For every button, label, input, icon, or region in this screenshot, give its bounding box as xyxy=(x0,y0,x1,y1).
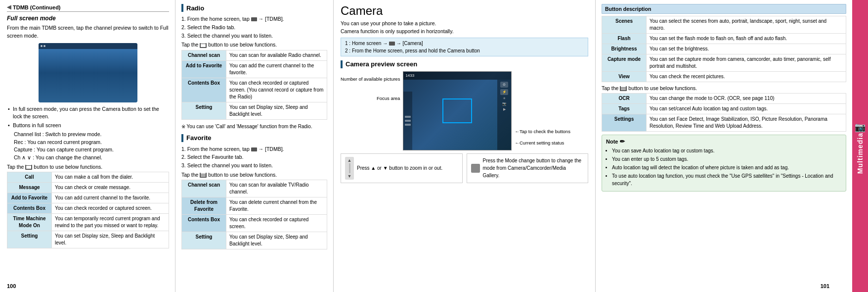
note-content: You can save Auto location tag or custom… xyxy=(606,147,842,187)
table-row: Delete from Favorite You can delete curr… xyxy=(182,197,327,215)
fav-tap-instruction: Tap the button to use below functions. xyxy=(181,172,327,178)
camera-view-label: ▶ xyxy=(503,107,506,111)
label-current-setting: ←Current setting status xyxy=(515,140,564,146)
page-number-left: 100 xyxy=(7,283,16,289)
button-desc-title: Button description xyxy=(605,6,651,12)
table-row: Channel scan You can scan for available … xyxy=(182,50,327,60)
home-icon-2 xyxy=(251,147,257,151)
label-tap-buttons: ←Tap to check the buttons xyxy=(515,129,570,134)
cell-label: Capture mode xyxy=(602,54,647,72)
cell-label: Contents Box xyxy=(182,78,226,102)
left-tap-instruction: Tap the button to use below functions. xyxy=(7,164,169,170)
main-content: ◀ TDMB (Continued) Full screen mode From… xyxy=(0,0,852,292)
camera-flash-icon: ⚡ xyxy=(500,89,508,95)
radio-steps: 1. From the home screen, tap → [TDMB]. 2… xyxy=(181,15,327,40)
left-panel-title: TDMB (Continued) xyxy=(13,4,61,10)
cell-desc: You can scan for available Radio channel… xyxy=(226,50,327,60)
mid-left-panel: Radio 1. From the home screen, tap → [TD… xyxy=(175,0,334,292)
cell-desc: You can make a call from the dialer. xyxy=(52,172,169,182)
cell-label: Contents Box xyxy=(182,215,226,232)
page-number-right: 101 xyxy=(821,283,829,289)
note-item-1: You can save Auto location tag or custom… xyxy=(612,147,842,154)
cell-desc: You can change the mode to OCR. (OCR, se… xyxy=(647,94,846,104)
bullet-2: Buttons in full screen xyxy=(8,122,169,130)
zoom-track xyxy=(349,163,350,173)
cell-desc: You can add current channel to the favor… xyxy=(52,193,169,203)
table-row: Brightness You can set the brightness. xyxy=(602,44,846,54)
cell-desc: You can set Display size, Sleep and Back… xyxy=(226,102,327,119)
camera-screen: 1433 ⊙ ⚡ ☀ 📷 ▶ xyxy=(403,71,512,150)
note-label: Note xyxy=(606,139,618,145)
table-row: Time Machine Mode On You can temporarily… xyxy=(7,213,169,231)
cell-label: Message xyxy=(7,182,52,193)
camera-intro: You can use your phone to take a picture… xyxy=(341,20,588,36)
table-row: OCR You can change the mode to OCR. (OCR… xyxy=(602,94,846,104)
cell-desc: You can set the flash mode to flash on, … xyxy=(647,34,846,44)
table-row: Capture mode You can set the capture mod… xyxy=(602,54,846,72)
cell-desc: You can check recorded or captured scree… xyxy=(52,203,169,213)
table-row: Tags You can set/cancel Auto location ta… xyxy=(602,104,846,114)
cell-desc: You can set Face Detect, Image Stabiliza… xyxy=(647,114,846,132)
zoom-control-box: ▲ ▼ Press ▲ or ▼ button to zoom in or ou… xyxy=(341,153,463,183)
table-row: Contents Box You can check recorded or c… xyxy=(182,215,327,232)
channel-list-item: Channel list : Switch to preview mode. R… xyxy=(7,131,169,162)
mode-icon xyxy=(471,164,480,173)
cell-desc: You can set Display size, Sleep and Back… xyxy=(226,232,327,249)
table-row: Channel scan You can scan for available … xyxy=(182,180,327,197)
side-tab-label: Multimedia xyxy=(856,133,864,174)
table-row: Setting You can set Display size, Sleep … xyxy=(182,232,327,249)
zoom-up-btn[interactable]: ▲ xyxy=(347,158,352,163)
cell-desc: You can check recorded or captured scree… xyxy=(226,78,327,102)
camera-top-bar: 1433 xyxy=(403,72,511,80)
screenshot-top-bar xyxy=(39,43,137,49)
bar-dot-1 xyxy=(41,45,43,47)
table-row: Settings You can set Face Detect, Image … xyxy=(602,114,846,132)
camera-screen-bg: 1433 ⊙ ⚡ ☀ 📷 ▶ xyxy=(403,72,511,150)
right-panel: Button description Scenes You can select… xyxy=(596,0,852,292)
mode-text: Press the Mode change button to change t… xyxy=(483,157,584,179)
table-row: Setting You can set Display size, Sleep … xyxy=(7,231,169,248)
side-tab-icon: 📷 xyxy=(855,122,866,133)
bar-dot-2 xyxy=(43,45,45,47)
full-screen-intro: From the main TDMB screen, tap the chann… xyxy=(7,24,169,40)
cell-desc: You can temporarily record current progr… xyxy=(52,213,169,231)
cell-label: Brightness xyxy=(602,44,647,54)
screenshot-bg xyxy=(39,43,137,102)
menu-icon-right xyxy=(620,86,627,91)
radio-tap-instruction: Tap the button to use below functions. xyxy=(181,42,327,48)
label-focus-area: Focus area xyxy=(377,96,400,101)
side-tab: 📷 Multimedia xyxy=(852,0,868,292)
camera-title: Camera xyxy=(341,4,588,18)
left-divider xyxy=(7,11,169,12)
camera-step-1: 1 : Home screen → → [Camera] xyxy=(345,40,584,47)
table-row: Setting You can set Display size, Sleep … xyxy=(182,102,327,119)
preview-title: Camera preview screen xyxy=(346,60,417,68)
cell-label: Tags xyxy=(602,104,647,114)
camera-brightness-label: ☀ xyxy=(503,97,506,100)
cell-label: Setting xyxy=(182,232,226,249)
table-row: Call You can make a call from the dialer… xyxy=(7,172,169,182)
fav-step-1: 1. From the home screen, tap → [TDMB]. xyxy=(181,145,327,153)
table-row: Message You can check or create message. xyxy=(7,182,169,193)
cell-desc: You can set Display size, Sleep and Back… xyxy=(52,231,169,248)
cell-label: Add to Favorite xyxy=(7,193,52,203)
home-icon-cam xyxy=(389,42,395,46)
cell-desc: You can select the scenes from auto, por… xyxy=(647,16,846,34)
cell-desc: You can set the brightness. xyxy=(647,44,846,54)
left-panel: ◀ TDMB (Continued) Full screen mode From… xyxy=(0,0,175,292)
preview-blue-bar xyxy=(341,60,343,68)
cell-label: OCR xyxy=(602,94,647,104)
radio-note: ※ You can use 'Call' and 'Message' funct… xyxy=(181,123,327,130)
radio-step-2: 2. Select the Radio tab. xyxy=(181,23,327,32)
menu-icon-left xyxy=(25,165,32,170)
left-table: Call You can make a call from the dialer… xyxy=(7,172,169,248)
zoom-down-btn[interactable]: ▼ xyxy=(347,174,352,179)
cell-desc: You can scan for available TV/Radio chan… xyxy=(226,180,327,197)
left-icon-3 xyxy=(405,124,411,126)
fav-step-2: 2. Select the Favourite tab. xyxy=(181,153,327,161)
note-item-4: To use auto location tag function, you m… xyxy=(612,172,842,187)
cell-label: Settings xyxy=(602,114,647,132)
cell-label: Channel scan xyxy=(182,50,226,60)
cell-desc: You can delete current channel from the … xyxy=(226,197,327,215)
cell-label: Add to Favorite xyxy=(182,60,226,78)
